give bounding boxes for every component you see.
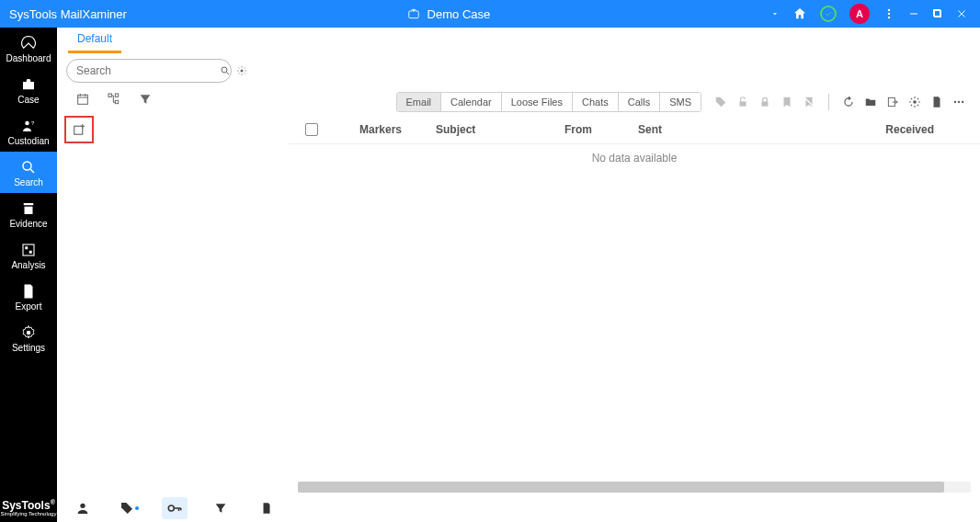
close-icon[interactable] <box>956 8 967 19</box>
export-icon <box>20 283 37 300</box>
bottom-tag-icon[interactable] <box>116 497 142 519</box>
sidebar-item-label: Search <box>14 177 43 187</box>
search-settings-icon[interactable] <box>236 65 247 76</box>
empty-state-text: No data available <box>289 144 980 172</box>
brand-logo: SysTools® Simplifying Technology <box>1 499 57 522</box>
sidebar-item-case[interactable]: Case <box>0 69 57 110</box>
sidebar-item-label: Settings <box>12 343 45 353</box>
sidebar: Dashboard Case ? Custodian Search Eviden… <box>0 28 57 522</box>
gear-icon[interactable] <box>908 96 921 108</box>
svg-point-8 <box>23 162 31 170</box>
svg-point-12 <box>27 331 31 335</box>
svg-text:?: ? <box>31 120 35 126</box>
svg-point-24 <box>954 101 956 103</box>
tag-icon[interactable] <box>714 96 727 108</box>
seg-calls[interactable]: Calls <box>619 93 660 111</box>
search-input[interactable] <box>76 64 214 77</box>
svg-point-2 <box>888 17 890 18</box>
svg-rect-15 <box>78 95 88 104</box>
dashboard-icon <box>20 35 37 51</box>
svg-rect-17 <box>115 94 118 96</box>
bookmark-icon[interactable] <box>781 96 793 108</box>
case-dropdown-icon[interactable] <box>770 9 780 18</box>
svg-rect-21 <box>762 101 769 106</box>
lock-open-icon[interactable] <box>736 96 749 108</box>
app-title: SysTools MailXaminer <box>0 7 127 21</box>
svg-rect-19 <box>74 126 83 134</box>
tab-strip: Default <box>57 28 980 53</box>
horizontal-scrollbar[interactable] <box>298 482 971 493</box>
tab-default[interactable]: Default <box>68 27 121 53</box>
svg-point-28 <box>168 505 174 511</box>
sidebar-item-evidence[interactable]: Evidence <box>0 193 57 234</box>
new-item-highlighted-button[interactable] <box>64 116 94 143</box>
sidebar-item-export[interactable]: Export <box>0 276 57 317</box>
export-out-icon[interactable] <box>886 96 899 108</box>
briefcase-icon <box>407 7 420 20</box>
svg-point-26 <box>962 101 963 103</box>
date-range-icon[interactable] <box>75 92 90 107</box>
svg-point-27 <box>80 504 85 508</box>
sidebar-item-settings[interactable]: Settings <box>0 317 57 358</box>
more-horiz-icon[interactable] <box>952 96 965 108</box>
settings-gear-icon <box>20 324 37 341</box>
search-field-wrap <box>66 59 232 83</box>
col-from[interactable]: From <box>564 123 638 136</box>
svg-rect-16 <box>108 94 111 96</box>
svg-rect-18 <box>115 100 118 103</box>
bottom-bar <box>57 494 980 522</box>
sidebar-item-dashboard[interactable]: Dashboard <box>0 28 57 69</box>
seg-sms[interactable]: SMS <box>660 93 701 111</box>
svg-rect-10 <box>25 246 28 249</box>
svg-rect-3 <box>910 14 917 15</box>
select-all-checkbox[interactable] <box>305 123 318 136</box>
sidebar-item-label: Case <box>17 95 39 105</box>
svg-point-23 <box>913 100 917 104</box>
sidebar-item-search[interactable]: Search <box>0 152 57 193</box>
sidebar-item-label: Export <box>16 301 42 312</box>
sidebar-item-custodian[interactable]: ? Custodian <box>0 110 57 152</box>
document-icon[interactable] <box>930 96 943 108</box>
lock-icon[interactable] <box>758 96 771 108</box>
user-avatar[interactable]: A <box>849 4 870 24</box>
bottom-file-icon[interactable] <box>254 497 279 519</box>
col-sent[interactable]: Sent <box>638 123 712 136</box>
bottom-filter-icon[interactable] <box>208 497 234 519</box>
content-type-segmented: Email Calendar Loose Files Chats Calls S… <box>396 92 701 112</box>
toolbar-divider <box>828 94 829 110</box>
sidebar-item-label: Analysis <box>11 260 45 270</box>
seg-chats[interactable]: Chats <box>573 93 619 111</box>
search-icon <box>20 159 37 176</box>
col-subject[interactable]: Subject <box>436 123 564 136</box>
bottom-user-icon[interactable] <box>70 497 96 519</box>
svg-point-1 <box>888 13 890 15</box>
seg-email[interactable]: Email <box>397 93 442 111</box>
svg-point-6 <box>25 121 29 126</box>
bottom-key-icon[interactable] <box>162 497 188 519</box>
minimize-icon[interactable] <box>908 8 919 19</box>
analysis-icon <box>20 242 37 258</box>
folder-open-icon[interactable] <box>864 96 877 108</box>
refresh-icon[interactable] <box>842 96 855 108</box>
maximize-icon[interactable] <box>932 8 943 19</box>
table-header-row: Markers Subject From Sent Received <box>289 116 980 144</box>
sidebar-item-label: Custodian <box>7 136 49 146</box>
evidence-icon <box>20 200 37 217</box>
svg-point-25 <box>958 101 960 103</box>
case-icon <box>20 76 37 93</box>
col-received[interactable]: Received <box>860 123 971 136</box>
col-markers[interactable]: Markers <box>325 123 436 136</box>
more-vert-icon[interactable] <box>883 7 895 20</box>
filter-funnel-icon[interactable] <box>138 92 153 107</box>
title-bar: SysTools MailXaminer Demo Case A <box>0 0 980 28</box>
search-go-icon[interactable] <box>220 65 231 76</box>
custodian-icon: ? <box>20 118 37 134</box>
seg-calendar[interactable]: Calendar <box>441 93 502 111</box>
bookmark-off-icon[interactable] <box>803 96 815 108</box>
sidebar-item-analysis[interactable]: Analysis <box>0 234 57 276</box>
home-icon[interactable] <box>792 6 807 21</box>
seg-loose-files[interactable]: Loose Files <box>502 93 573 111</box>
tree-view-icon[interactable] <box>107 92 121 107</box>
svg-point-13 <box>222 67 227 73</box>
status-ok-icon <box>820 6 837 22</box>
